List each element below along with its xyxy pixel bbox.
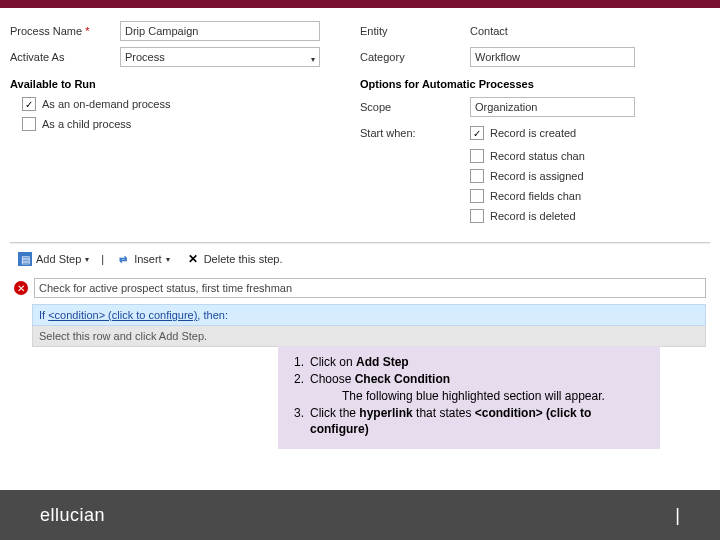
instruction-body: Click on Add Step Choose Check Condition… <box>310 354 652 437</box>
delete-step-label: Delete this step. <box>204 253 283 265</box>
start-when-deleted-row[interactable]: Record is deleted <box>470 206 710 226</box>
checkbox-checked-icon: ✓ <box>470 126 484 140</box>
add-step-icon: ▤ <box>18 252 32 266</box>
process-name-input[interactable]: Drip Campaign <box>120 21 320 41</box>
start-when-deleted-label: Record is deleted <box>490 210 576 222</box>
instruction-numbers: 1. 2. 3. <box>286 354 310 437</box>
if-suffix: , then: <box>197 309 228 321</box>
child-process-checkbox-row[interactable]: As a child process <box>10 114 360 134</box>
start-when-created-row[interactable]: ✓ Record is created <box>470 123 576 143</box>
delete-step-button[interactable]: ✕ Delete this step. <box>182 250 287 268</box>
add-step-button[interactable]: ▤ Add Step ▾ <box>14 250 93 268</box>
process-name-label: Process Name * <box>10 25 120 37</box>
chevron-down-icon: ▾ <box>311 51 315 69</box>
chevron-down-icon: ▾ <box>166 255 170 264</box>
available-to-run-header: Available to Run <box>10 78 360 90</box>
error-icon: ✕ <box>14 281 28 295</box>
entity-label: Entity <box>360 25 470 37</box>
start-when-fields-row[interactable]: Record fields chan <box>470 186 710 206</box>
form-right-column: Entity Contact Category Workflow Options… <box>360 18 710 226</box>
step-description-input[interactable]: Check for active prospect status, first … <box>34 278 706 298</box>
checkbox-unchecked-icon <box>470 149 484 163</box>
activate-as-label: Activate As <box>10 51 120 63</box>
step-row: ✕ Check for active prospect status, firs… <box>10 274 710 302</box>
scope-value: Organization <box>475 101 537 113</box>
insert-label: Insert <box>134 253 162 265</box>
chevron-down-icon: ▾ <box>85 255 89 264</box>
activate-as-select[interactable]: Process ▾ <box>120 47 320 67</box>
footer-bar: ellucian | <box>0 490 720 540</box>
if-prefix: If <box>39 309 48 321</box>
required-asterisk: * <box>82 25 89 37</box>
condition-if-row[interactable]: If <condition> (click to configure), the… <box>32 304 706 326</box>
checkbox-unchecked-icon <box>470 169 484 183</box>
form-left-column: Process Name * Drip Campaign Activate As… <box>10 18 360 226</box>
category-label: Category <box>360 51 470 63</box>
insert-icon: ⇄ <box>116 252 130 266</box>
checkbox-unchecked-icon <box>470 209 484 223</box>
on-demand-checkbox-row[interactable]: ✓ As an on-demand process <box>10 94 360 114</box>
category-select[interactable]: Workflow <box>470 47 635 67</box>
condition-configure-link[interactable]: <condition> (click to configure) <box>48 309 197 321</box>
start-when-fields-label: Record fields chan <box>490 190 581 202</box>
instruction-callout: 1. 2. 3. Click on Add Step Choose Check … <box>278 346 660 449</box>
on-demand-label: As an on-demand process <box>42 98 170 110</box>
start-when-status-row[interactable]: Record status chan <box>470 146 710 166</box>
step-toolbar: ▤ Add Step ▾ | ⇄ Insert ▾ ✕ Delete this … <box>10 243 710 274</box>
toolbar-separator: | <box>101 253 104 265</box>
child-process-label: As a child process <box>42 118 131 130</box>
checkbox-unchecked-icon <box>22 117 36 131</box>
checkbox-unchecked-icon <box>470 189 484 203</box>
footer-pipe: | <box>675 505 680 526</box>
add-step-label: Add Step <box>36 253 81 265</box>
top-accent-bar <box>0 0 720 8</box>
condition-block: If <condition> (click to configure), the… <box>32 304 706 347</box>
start-when-status-label: Record status chan <box>490 150 585 162</box>
start-when-assigned-row[interactable]: Record is assigned <box>470 166 710 186</box>
category-value: Workflow <box>475 51 520 63</box>
start-when-created-label: Record is created <box>490 127 576 139</box>
brand-logo: ellucian <box>40 505 105 526</box>
checkbox-checked-icon: ✓ <box>22 97 36 111</box>
options-header: Options for Automatic Processes <box>360 78 710 90</box>
scope-select[interactable]: Organization <box>470 97 635 117</box>
delete-icon: ✕ <box>186 252 200 266</box>
activate-as-value: Process <box>125 51 165 63</box>
form-panel: Process Name * Drip Campaign Activate As… <box>10 8 710 347</box>
insert-button[interactable]: ⇄ Insert ▾ <box>112 250 174 268</box>
start-when-assigned-label: Record is assigned <box>490 170 584 182</box>
condition-select-row[interactable]: Select this row and click Add Step. <box>32 326 706 347</box>
start-when-label: Start when: <box>360 127 470 139</box>
entity-value: Contact <box>470 25 635 37</box>
scope-label: Scope <box>360 101 470 113</box>
